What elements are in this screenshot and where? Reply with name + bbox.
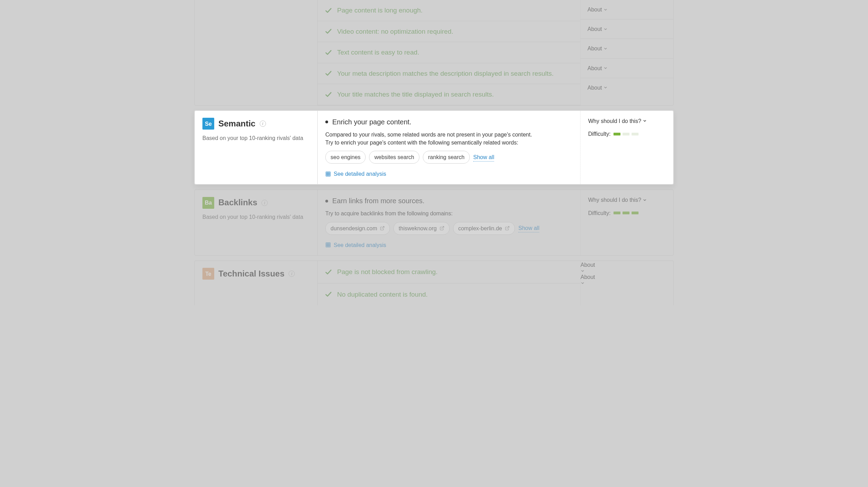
difficulty-label: Difficulty: xyxy=(588,209,611,217)
about-toggle[interactable]: About xyxy=(581,0,673,19)
show-all-link[interactable]: Show all xyxy=(518,224,539,232)
check-icon xyxy=(325,49,332,56)
check-row: Text content is easy to read. xyxy=(318,42,580,63)
semantic-headline: Enrich your page content. xyxy=(332,117,411,127)
check-icon xyxy=(325,290,332,298)
svg-line-5 xyxy=(382,226,384,229)
keyword-chip[interactable]: websites search xyxy=(369,151,419,164)
check-text: Video content: no optimization required. xyxy=(337,27,573,36)
why-label: Why should I do this? xyxy=(588,196,641,204)
semantic-title: Semantic xyxy=(218,118,256,130)
external-link-icon xyxy=(505,226,510,231)
check-row: Your title matches the title displayed i… xyxy=(318,84,580,105)
chevron-down-icon xyxy=(603,8,608,12)
chip-label: websites search xyxy=(374,153,414,161)
check-row: No duplicated content is found. xyxy=(318,283,580,306)
external-link-icon xyxy=(440,226,444,231)
technical-header: Te Technical Issues i xyxy=(195,261,318,305)
content-checks-list: Page content is long enough. Video conte… xyxy=(318,0,580,105)
difficulty-row: Difficulty: xyxy=(588,209,666,217)
difficulty-bar xyxy=(632,212,639,214)
check-icon xyxy=(325,91,332,98)
semantic-card: Se Semantic i Based on your top 10-ranki… xyxy=(194,110,674,185)
semantic-right: Why should I do this? Difficulty: xyxy=(580,111,673,184)
why-toggle[interactable]: Why should I do this? xyxy=(588,196,666,204)
keyword-chip[interactable]: seo engines xyxy=(325,151,366,164)
why-label: Why should I do this? xyxy=(588,117,641,125)
show-all-link[interactable]: Show all xyxy=(473,153,494,162)
semantic-desc-line: Compared to your rivals, some related wo… xyxy=(325,131,573,139)
semantic-chips: seo engines websites search ranking sear… xyxy=(325,151,573,164)
content-checks-card: Page content is long enough. Video conte… xyxy=(194,0,674,106)
domain-chip[interactable]: complex-berlin.de xyxy=(453,222,515,235)
why-toggle[interactable]: Why should I do this? xyxy=(588,117,666,125)
backlinks-title: Backlinks xyxy=(218,197,257,209)
about-toggle[interactable]: About xyxy=(581,59,673,78)
semantic-desc: Compared to your rivals, some related wo… xyxy=(325,131,573,147)
info-icon[interactable]: i xyxy=(261,200,268,206)
table-icon xyxy=(325,171,331,177)
check-text: No duplicated content is found. xyxy=(337,290,573,299)
about-toggle[interactable]: About xyxy=(581,39,673,58)
check-row: Page is not blocked from crawling. xyxy=(318,261,580,283)
chip-label: complex-berlin.de xyxy=(458,224,502,232)
check-row: Your meta description matches the descri… xyxy=(318,63,580,84)
check-text: Page content is long enough. xyxy=(337,6,573,15)
check-text: Text content is easy to read. xyxy=(337,48,573,57)
chevron-down-icon xyxy=(603,85,608,90)
about-toggle[interactable]: About xyxy=(581,19,673,39)
check-icon xyxy=(325,27,332,35)
bullet-icon xyxy=(325,121,328,123)
difficulty-bar xyxy=(632,133,639,135)
chevron-down-icon xyxy=(581,269,673,273)
backlinks-right: Why should I do this? Difficulty: xyxy=(580,190,673,255)
technical-right: About About xyxy=(580,261,673,305)
about-label: About xyxy=(587,25,602,33)
content-checks-right: About About About About About xyxy=(580,0,673,105)
chip-label: thisweknow.org xyxy=(399,224,436,232)
backlinks-desc: Try to acquire backlinks from the follow… xyxy=(325,209,573,217)
rivals-note: Based on your top 10-ranking rivals' dat… xyxy=(202,134,310,142)
domain-chip[interactable]: thisweknow.org xyxy=(393,222,449,235)
chevron-down-icon xyxy=(603,27,608,31)
check-row: Page content is long enough. xyxy=(318,0,580,21)
chevron-down-icon xyxy=(643,198,647,202)
chevron-down-icon xyxy=(643,119,647,123)
difficulty-bar xyxy=(623,212,629,214)
chip-label: ranking search xyxy=(428,153,465,161)
about-toggle[interactable]: About xyxy=(581,78,673,97)
about-toggle[interactable]: About xyxy=(581,273,673,285)
about-label: About xyxy=(581,262,595,268)
semantic-headline-row: Enrich your page content. xyxy=(325,117,573,127)
see-detailed-label: See detailed analysis xyxy=(334,170,386,178)
content-checks-left xyxy=(195,0,318,105)
semantic-badge: Se xyxy=(202,118,214,130)
technical-checks-list: Page is not blocked from crawling. No du… xyxy=(318,261,580,305)
about-label: About xyxy=(587,6,602,14)
bullet-icon xyxy=(325,200,328,203)
keyword-chip[interactable]: ranking search xyxy=(423,151,470,164)
difficulty-bar xyxy=(614,133,620,135)
rivals-note: Based on your top 10-ranking rivals' dat… xyxy=(202,213,310,221)
backlinks-header: Ba Backlinks i Based on your top 10-rank… xyxy=(195,190,318,255)
domain-chip[interactable]: dunsendesign.com xyxy=(325,222,390,235)
chevron-down-icon xyxy=(603,66,608,70)
technical-card: Te Technical Issues i Page is not blocke… xyxy=(194,261,674,305)
info-icon[interactable]: i xyxy=(289,271,295,277)
see-detailed-link[interactable]: See detailed analysis xyxy=(325,241,573,249)
info-icon[interactable]: i xyxy=(260,121,266,127)
about-label: About xyxy=(587,84,602,92)
svg-rect-0 xyxy=(326,172,330,176)
difficulty-bar xyxy=(623,133,629,135)
about-label: About xyxy=(581,274,595,280)
chevron-down-icon xyxy=(581,281,673,285)
svg-line-7 xyxy=(507,226,509,229)
see-detailed-link[interactable]: See detailed analysis xyxy=(325,170,573,178)
difficulty-label: Difficulty: xyxy=(588,130,611,138)
check-row: Video content: no optimization required. xyxy=(318,21,580,42)
about-label: About xyxy=(587,44,602,52)
about-toggle[interactable]: About xyxy=(581,261,673,273)
backlinks-badge: Ba xyxy=(202,197,214,209)
table-icon xyxy=(325,242,331,248)
check-icon xyxy=(325,268,332,276)
